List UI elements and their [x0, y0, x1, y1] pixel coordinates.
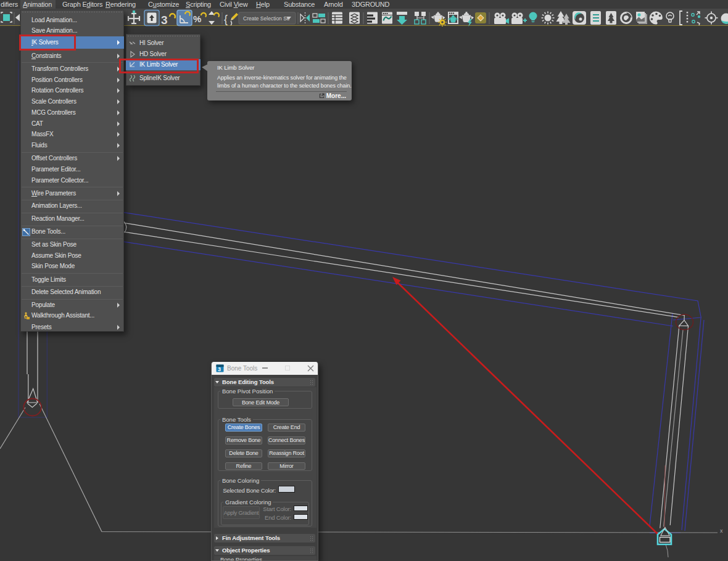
- svg-text:3: 3: [218, 366, 221, 372]
- svg-text:Create Selection Se: Create Selection Se: [243, 15, 290, 22]
- svg-text:3: 3: [161, 14, 168, 27]
- svg-text:%: %: [193, 14, 201, 24]
- svg-text:x: x: [720, 528, 723, 534]
- svg-text:{: {: [224, 13, 228, 25]
